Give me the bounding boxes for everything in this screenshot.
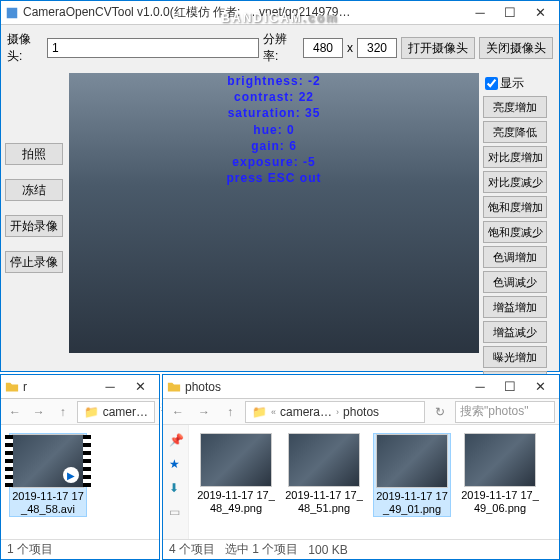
ex2-crumb2[interactable]: photos	[341, 405, 381, 419]
search-placeholder: 搜索"photos"	[460, 403, 529, 420]
capture-button[interactable]: 拍照	[5, 143, 63, 165]
resolution-label: 分辨率:	[263, 31, 299, 65]
refresh-icon[interactable]: ↻	[429, 401, 451, 423]
show-checkbox[interactable]	[485, 77, 498, 90]
ex2-address-bar[interactable]: 📁 « camera… › photos	[245, 401, 425, 423]
image-thumb-icon	[464, 433, 536, 487]
svg-rect-0	[7, 7, 18, 18]
hue-down-button[interactable]: 色调减少	[483, 271, 547, 293]
star-icon[interactable]: ★	[169, 457, 183, 471]
ex2-min-button[interactable]: ─	[465, 377, 495, 397]
ex2-title: photos	[185, 380, 465, 394]
overlay-exposure: exposure: -5	[69, 154, 479, 170]
ex2-item-count: 4 个项目	[169, 541, 215, 558]
camera-index-input[interactable]	[47, 38, 259, 58]
res-x-label: x	[347, 41, 353, 55]
overlay-saturation: saturation: 35	[69, 105, 479, 121]
image-thumb-icon	[376, 434, 448, 488]
folder-small-icon: 📁	[250, 405, 269, 419]
contrast-up-button[interactable]: 对比度增加	[483, 146, 547, 168]
overlay-gain: gain: 6	[69, 138, 479, 154]
file-item[interactable]: 2019-11-17 17_48_49.png	[197, 433, 275, 515]
file-item[interactable]: 2019-11-17 17_49_01.png	[373, 433, 451, 517]
res-width-input[interactable]	[303, 38, 343, 58]
back-icon[interactable]: ←	[167, 401, 189, 423]
saturation-down-button[interactable]: 饱和度减少	[483, 221, 547, 243]
file-name: 2019-11-17 17_49_01.png	[374, 490, 450, 516]
show-label: 显示	[500, 75, 524, 92]
top-controls-row: 摄像头: 分辨率: x 打开摄像头 关闭摄像头	[7, 31, 553, 65]
ex2-close-button[interactable]: ✕	[525, 377, 555, 397]
explorer-window-1: r ─ ✕ ← → ↑ 📁 camer… ▶ 2019-11-17 17_48_…	[0, 374, 160, 560]
ex2-sidebar: 📌 ★ ⬇ ▭	[163, 425, 189, 539]
quick-access-icon[interactable]: 📌	[169, 433, 183, 447]
play-badge-icon: ▶	[63, 467, 79, 483]
saturation-up-button[interactable]: 饱和度增加	[483, 196, 547, 218]
ex1-item-count: 1 个项目	[7, 541, 53, 558]
download-icon[interactable]: ⬇	[169, 481, 183, 495]
ex2-sel-count: 选中 1 个项目	[225, 541, 298, 558]
file-item[interactable]: 2019-11-17 17_48_51.png	[285, 433, 363, 515]
fwd-icon[interactable]: →	[193, 401, 215, 423]
ex2-file-grid: 2019-11-17 17_48_49.png 2019-11-17 17_48…	[189, 425, 559, 539]
overlay-contrast: contrast: 22	[69, 89, 479, 105]
up-icon[interactable]: ↑	[53, 401, 73, 423]
camera-label: 摄像头:	[7, 31, 43, 65]
ex1-address-bar[interactable]: 📁 camer…	[77, 401, 155, 423]
fwd-icon[interactable]: →	[29, 401, 49, 423]
file-name: 2019-11-17 17_48_58.avi	[10, 490, 86, 516]
overlay-hue: hue: 0	[69, 122, 479, 138]
image-thumb-icon	[288, 433, 360, 487]
ex2-titlebar: photos ─ ☐ ✕	[163, 375, 559, 399]
right-button-column: 显示 亮度增加 亮度降低 对比度增加 对比度减少 饱和度增加 饱和度减少 色调增…	[483, 73, 549, 393]
main-window: CameraOpenCVTool v1.0.0(红模仿 作者: … vnet/q…	[0, 0, 560, 372]
video-text-overlay: brightness: -2 contrast: 22 saturation: …	[69, 73, 479, 186]
ex2-search-input[interactable]: 搜索"photos"	[455, 401, 555, 423]
ex2-crumb1[interactable]: camera…	[278, 405, 334, 419]
exposure-up-button[interactable]: 曝光增加	[483, 346, 547, 368]
ex1-close-button[interactable]: ✕	[125, 377, 155, 397]
video-thumb-icon: ▶	[12, 434, 84, 488]
overlay-esc: press ESC out	[69, 170, 479, 186]
brightness-down-button[interactable]: 亮度降低	[483, 121, 547, 143]
back-icon[interactable]: ←	[5, 401, 25, 423]
app-icon	[5, 6, 19, 20]
file-name: 2019-11-17 17_48_51.png	[285, 489, 363, 515]
folder-icon	[5, 380, 19, 394]
hue-up-button[interactable]: 色调增加	[483, 246, 547, 268]
image-thumb-icon	[200, 433, 272, 487]
close-button[interactable]: ✕	[525, 3, 555, 23]
maximize-button[interactable]: ☐	[495, 3, 525, 23]
ex2-sel-size: 100 KB	[308, 543, 347, 557]
gain-down-button[interactable]: 增益减少	[483, 321, 547, 343]
up-icon[interactable]: ↑	[219, 401, 241, 423]
ex1-status: 1 个项目	[1, 539, 159, 559]
open-camera-button[interactable]: 打开摄像头	[401, 37, 475, 59]
ex2-status: 4 个项目 选中 1 个项目 100 KB	[163, 539, 559, 559]
contrast-down-button[interactable]: 对比度减少	[483, 171, 547, 193]
ex1-titlebar: r ─ ✕	[1, 375, 159, 399]
brightness-up-button[interactable]: 亮度增加	[483, 96, 547, 118]
gain-up-button[interactable]: 增益增加	[483, 296, 547, 318]
minimize-button[interactable]: ─	[465, 3, 495, 23]
video-preview: brightness: -2 contrast: 22 saturation: …	[69, 73, 479, 353]
folder-small-icon: 📁	[82, 405, 101, 419]
explorer-window-2: photos ─ ☐ ✕ ← → ↑ 📁 « camera… › photos …	[162, 374, 560, 560]
file-name: 2019-11-17 17_48_49.png	[197, 489, 275, 515]
ex2-max-button[interactable]: ☐	[495, 377, 525, 397]
stop-record-button[interactable]: 停止录像	[5, 251, 63, 273]
file-item[interactable]: ▶ 2019-11-17 17_48_58.avi	[9, 433, 87, 517]
overlay-brightness: brightness: -2	[69, 73, 479, 89]
ex2-toolbar: ← → ↑ 📁 « camera… › photos ↻ 搜索"photos"	[163, 399, 559, 425]
close-camera-button[interactable]: 关闭摄像头	[479, 37, 553, 59]
start-record-button[interactable]: 开始录像	[5, 215, 63, 237]
doc-icon[interactable]: ▭	[169, 505, 183, 519]
res-height-input[interactable]	[357, 38, 397, 58]
ex1-toolbar: ← → ↑ 📁 camer…	[1, 399, 159, 425]
freeze-button[interactable]: 冻结	[5, 179, 63, 201]
file-item[interactable]: 2019-11-17 17_49_06.png	[461, 433, 539, 515]
ex1-crumb[interactable]: camer…	[101, 405, 150, 419]
ex1-title: r	[23, 380, 95, 394]
ex1-min-button[interactable]: ─	[95, 377, 125, 397]
left-button-column: 拍照 冻结 开始录像 停止录像	[5, 73, 65, 393]
